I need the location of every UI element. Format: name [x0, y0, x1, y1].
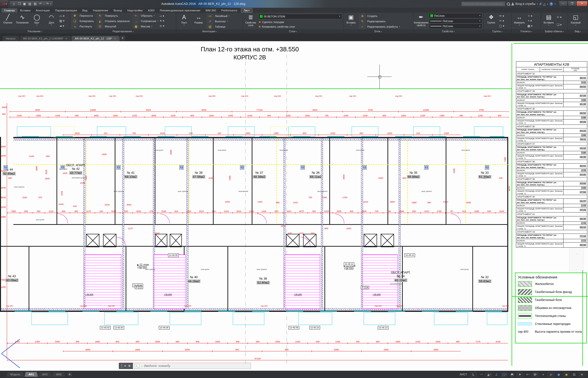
layout-tab-AR1[interactable]: AR1	[25, 372, 38, 377]
erase-icon[interactable]: ▱ ▾	[160, 14, 164, 18]
command-recent-icon[interactable]: ▾	[141, 365, 142, 367]
ribbon-tab-9[interactable]: A360	[145, 8, 157, 13]
new-file-icon[interactable]: ▯	[11, 1, 16, 7]
minimize-button[interactable]: –	[559, 1, 568, 6]
command-close-icon[interactable]: ✕	[124, 364, 126, 368]
plot-icon[interactable]: ▤	[33, 1, 38, 7]
quick-properties-icon[interactable]: ▱	[547, 372, 555, 377]
annotation-scale-icon[interactable]: ✧▾	[524, 372, 531, 377]
exchange-apps-icon[interactable]: X	[540, 2, 542, 6]
new-drawing-button[interactable]: +	[120, 36, 125, 40]
ribbon-tab-11[interactable]: BIM 360	[203, 8, 219, 13]
layout-tab-Модель[interactable]: Модель	[6, 372, 24, 377]
a360-dropdown-icon[interactable]: ▾	[547, 3, 548, 5]
layout-tab-AR8[interactable]: AR8	[52, 372, 65, 377]
layer-dropdown-icon[interactable]: ▼	[339, 15, 341, 17]
navbar-more-icon[interactable]: ▾	[576, 268, 577, 270]
leader-button[interactable]: ↗Выноска▾	[206, 19, 229, 24]
search-icon[interactable]	[507, 2, 510, 6]
app-menu-button[interactable]: A▾	[0, 0, 8, 8]
cut-icon[interactable]: ✂ ▾	[557, 15, 561, 19]
file-tab-close-icon[interactable]: ✕	[114, 37, 116, 40]
open-file-icon[interactable]: ❒	[17, 1, 22, 7]
region-icon[interactable]: ▰ ▾	[59, 24, 65, 28]
id-point-icon[interactable]: + ▾	[527, 19, 532, 23]
property-select-1[interactable]: ПоСлою▼	[429, 13, 482, 18]
panel-label-Редактирование[interactable]: Редактирование▾	[70, 29, 176, 33]
layer-tool-Сделать текущим[interactable]: ≋Сделать текущим	[258, 20, 342, 24]
file-tab-close-icon[interactable]: ✕	[65, 37, 67, 40]
redo-icon-dropdown[interactable]: ▾	[50, 3, 51, 5]
command-prompt-icon[interactable]: >_	[135, 364, 140, 368]
command-input[interactable]	[143, 364, 249, 368]
line-button[interactable]: ╱Отрезок	[1, 13, 14, 29]
signin-dropdown-icon[interactable]: ▾	[537, 3, 538, 5]
rectangle-icon[interactable]: ▭ ▾	[59, 14, 65, 18]
fullscreen-icon[interactable]: ⊡	[571, 372, 578, 377]
offset-icon[interactable]: ≎ ▾	[160, 24, 164, 28]
graphics-performance-icon[interactable]: ◆	[563, 372, 570, 377]
quick-select-icon[interactable]: ✧ ▾	[527, 14, 532, 18]
calculator-icon[interactable]: ▦ ▾	[527, 24, 532, 28]
dimension-button[interactable]: ↔Размер	[192, 13, 205, 29]
file-tab-2[interactable]: AR 00 BER_K2_pln_2 1245689*✕	[20, 36, 71, 41]
file-tab-1[interactable]: Начало	[2, 36, 19, 41]
ribbon-tab-2[interactable]: Вставка	[17, 8, 33, 13]
save-as-icon[interactable]: ▥	[28, 1, 32, 7]
file-tab-3[interactable]: AR 00 BER_K2_pln_12 128*✕	[71, 36, 120, 41]
rotate-button[interactable]: ↻Повернуть	[96, 13, 130, 18]
text-button[interactable]: AТекст▾	[177, 13, 191, 29]
edit-attributes-button[interactable]: ✓Редактировать атрибуты▾	[359, 24, 400, 29]
panel-label-Слои[interactable]: Слои▾	[243, 29, 343, 33]
close-button[interactable]: ✕	[576, 1, 588, 6]
save-file-icon[interactable]: ▣	[22, 1, 27, 7]
circle-button[interactable]: ◯Круг▾	[30, 13, 44, 29]
redo-icon[interactable]: ↷	[45, 1, 50, 7]
signin-label[interactable]: Вход в службы	[516, 2, 536, 6]
ribbon-tab-4[interactable]: Параметризация	[52, 8, 80, 13]
ribbon-tab-5[interactable]: Вид	[80, 8, 90, 13]
group-button[interactable]: ❖Группа	[484, 13, 498, 29]
workspace-icon[interactable]: ⚙▾	[532, 372, 539, 377]
panel-label-Блок[interactable]: Блок▾	[343, 29, 413, 33]
panel-label-Рисование[interactable]: Рисование▾	[0, 29, 70, 33]
ribbon-tab-8[interactable]: Надстройки	[125, 8, 145, 13]
property-select-3[interactable]: ПоСлою▼	[429, 24, 482, 29]
ribbon-tab-13[interactable]: Лист	[241, 8, 252, 13]
a360-icon[interactable]: △	[543, 2, 546, 6]
ribbon-tab-6[interactable]: Управление	[90, 8, 111, 13]
polyline-button[interactable]: ∿Полилиния	[15, 13, 29, 29]
stretch-button[interactable]: ↘Растянуть	[71, 24, 94, 29]
hatch-icon[interactable]: ▨ ▾	[59, 19, 65, 23]
ribbon-tab-3[interactable]: Аннотации	[33, 8, 52, 13]
explode-icon[interactable]: ✶ ▾	[160, 19, 164, 23]
panel-label-Утилиты[interactable]: Утилиты▾	[512, 29, 541, 33]
fillet-button[interactable]: ◞Сопряжение▾	[132, 18, 158, 24]
dim-linear-button[interactable]: ↦Линейный▾	[206, 13, 229, 19]
layer-props-button[interactable]: ≣Свойства слоя	[244, 13, 257, 29]
ribbon-tab-12[interactable]: Performance	[219, 8, 240, 13]
restore-button[interactable]: ❐	[568, 1, 576, 6]
trim-button[interactable]: ✁Обрезать▾	[132, 13, 158, 18]
panel-label-Вид[interactable]: Вид▾	[568, 29, 588, 33]
customization-icon[interactable]: ≡	[578, 372, 586, 377]
panel-label-Буфер обмена[interactable]: Буфер обмена▾	[541, 29, 568, 33]
mirror-button[interactable]: ◭Отразить зеркально	[96, 18, 130, 24]
measure-button[interactable]: ↔Измерить▾	[513, 13, 526, 29]
paste-button[interactable]: ▤Вставить▾	[542, 13, 556, 29]
user-icon[interactable]	[511, 3, 514, 5]
scale-button[interactable]: ⊡Масштаб	[96, 24, 130, 29]
property-select-2[interactable]: ПоСлою▼	[429, 18, 482, 24]
array-button[interactable]: ▦Массив▾	[132, 24, 158, 29]
osnap-tracking-icon[interactable]: ∠	[493, 372, 500, 377]
panel-label-Аннотации[interactable]: Аннотации▾	[176, 29, 243, 33]
arc-button[interactable]: ◠Дуга▾	[45, 13, 58, 29]
navbar-orbit-icon[interactable]: ◔	[575, 252, 578, 256]
panel-label-Группы[interactable]: Группы▾	[484, 29, 511, 33]
ribbon-tab-7[interactable]: Вывод	[111, 8, 125, 13]
isometric-drafting-icon[interactable]: ◮▾	[485, 372, 492, 377]
match-props-button[interactable]: ✒Копирование свойств	[414, 13, 428, 29]
help-icon[interactable]: ?	[549, 2, 553, 6]
ribbon-tab-1[interactable]: Главная	[1, 8, 17, 13]
object-snap-icon[interactable]: ▢▾	[501, 372, 508, 377]
